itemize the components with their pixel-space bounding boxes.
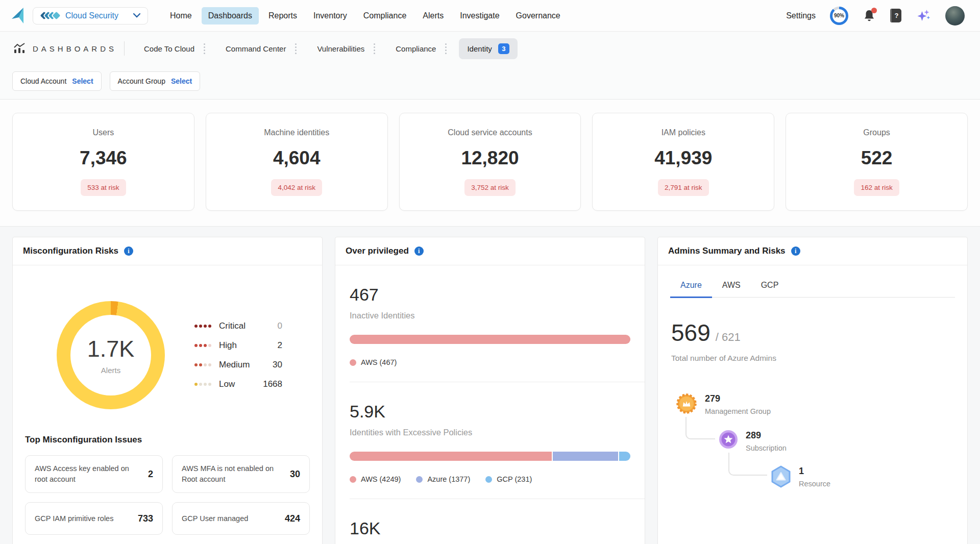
dashboard-tab-identity[interactable]: Identity 3	[459, 38, 517, 59]
progress-value: 90%	[832, 9, 846, 22]
nav-item-inventory[interactable]: Inventory	[307, 7, 354, 24]
excessive-policies-bar-chart	[350, 452, 630, 461]
at-risk-badge[interactable]: 162 at risk	[854, 179, 899, 196]
legend-row-critical[interactable]: Critical 0	[194, 321, 282, 331]
nav-item-governance[interactable]: Governance	[509, 7, 567, 24]
issue-label: AWS Access key enabled on root account	[35, 463, 142, 485]
issue-card[interactable]: GCP User managed 424	[172, 502, 310, 535]
stat-card-cloud-service-accounts[interactable]: Cloud service accounts12,8203,752 at ris…	[399, 113, 581, 211]
user-avatar[interactable]	[945, 6, 965, 26]
prisma-cloud-logo-icon[interactable]	[10, 7, 26, 25]
account-group-filter[interactable]: Account Group Select	[110, 71, 201, 91]
ai-copilot-sparkles-icon[interactable]	[916, 8, 931, 23]
at-risk-badge[interactable]: 533 at risk	[81, 179, 126, 196]
help-docs-icon[interactable]: ?	[890, 9, 901, 22]
dashboard-tab-compliance[interactable]: Compliance	[387, 39, 440, 58]
stat-card-groups[interactable]: Groups522162 at risk	[786, 113, 968, 211]
cloud-account-filter[interactable]: Cloud Account Select	[12, 71, 102, 91]
tab-kebab-menu-icon[interactable]	[369, 41, 380, 56]
analytics-chart-icon	[13, 43, 26, 54]
account-group-select-link[interactable]: Select	[171, 77, 192, 85]
legend-label: GCP (231)	[497, 475, 532, 483]
subscription-icon	[718, 429, 739, 450]
admins-tab-aws[interactable]: AWS	[712, 277, 751, 297]
dashboards-label-text: DASHBOARDS	[33, 44, 117, 53]
tab-kebab-menu-icon[interactable]	[199, 41, 210, 56]
severity-high-icon	[194, 344, 211, 347]
issue-count: 424	[285, 513, 300, 524]
node-count: 1	[799, 465, 830, 477]
tree-connector	[685, 417, 715, 439]
notifications-bell-icon[interactable]	[863, 9, 876, 23]
info-icon[interactable]: i	[791, 246, 800, 256]
nav-item-home[interactable]: Home	[163, 7, 199, 24]
stat-card-machine-identities[interactable]: Machine identities4,6044,042 at risk	[206, 113, 388, 211]
legend-dot-icon	[350, 476, 356, 483]
at-risk-badge[interactable]: 2,791 at risk	[658, 179, 709, 196]
tree-node-management-group[interactable]: 279 Management Group	[675, 392, 771, 415]
nav-item-reports[interactable]: Reports	[262, 7, 304, 24]
bar-legend-item: AWS (4249)	[350, 475, 401, 483]
at-risk-badge[interactable]: 3,752 at risk	[464, 179, 516, 196]
panel-title: Misconfiguration Risks	[23, 246, 118, 256]
issue-label: AWS MFA is not enabled on Root account	[182, 463, 284, 485]
severity-count: 1668	[263, 379, 282, 389]
nav-item-investigate[interactable]: Investigate	[453, 7, 506, 24]
legend-label: Azure (1377)	[427, 475, 470, 483]
admins-tab-gcp[interactable]: GCP	[751, 277, 789, 297]
stat-label: Groups	[863, 128, 890, 137]
info-icon[interactable]: i	[414, 246, 424, 256]
legend-row-medium[interactable]: Medium 30	[194, 360, 282, 370]
product-switcher-dropdown[interactable]: Cloud Security	[33, 7, 148, 24]
panel-header: Admins Summary and Risks i	[658, 237, 967, 265]
legend-row-high[interactable]: High 2	[194, 340, 282, 351]
admins-tab-azure[interactable]: Azure	[670, 277, 712, 298]
top-issues-title: Top Misconfiguration Issues	[13, 424, 322, 447]
stat-card-users[interactable]: Users7,346533 at risk	[12, 113, 194, 211]
divider	[124, 41, 125, 56]
cloud-provider-tabs: AzureAWSGCP	[670, 277, 955, 298]
dashboard-tab-wrap: Command Center	[217, 39, 309, 58]
issue-card[interactable]: AWS MFA is not enabled on Root account 3…	[172, 455, 310, 493]
issue-card[interactable]: GCP IAM primitive roles 733	[25, 502, 163, 535]
panel-header: Over privileged i	[335, 237, 645, 265]
issue-card[interactable]: AWS Access key enabled on root account 2	[25, 455, 163, 493]
tree-node-subscription[interactable]: 289 Subscription	[718, 429, 787, 452]
severity-low-icon	[194, 383, 211, 386]
dashboard-tab-wrap: Vulnerabilities	[309, 39, 387, 58]
at-risk-badge[interactable]: 4,042 at risk	[271, 179, 322, 196]
cloud-account-select-link[interactable]: Select	[72, 77, 93, 85]
issue-label: GCP User managed	[182, 513, 279, 524]
nav-item-compliance[interactable]: Compliance	[357, 7, 413, 24]
nav-item-alerts[interactable]: Alerts	[416, 7, 450, 24]
dashboard-tab-command-center[interactable]: Command Center	[217, 39, 290, 58]
nav-item-dashboards[interactable]: Dashboards	[202, 7, 259, 24]
node-count: 289	[746, 429, 787, 441]
chevron-down-icon	[133, 13, 140, 18]
info-icon[interactable]: i	[124, 246, 133, 256]
stat-value: 41,939	[654, 147, 712, 169]
onboarding-progress-ring[interactable]: 90%	[830, 7, 848, 25]
tab-kebab-menu-icon[interactable]	[290, 41, 302, 56]
filter-bar: Cloud Account Select Account Group Selec…	[0, 65, 980, 100]
legend-row-low[interactable]: Low 1668	[194, 379, 282, 389]
bar-legend-item: GCP (231)	[485, 475, 532, 483]
admins-count: 569	[671, 319, 710, 347]
settings-link[interactable]: Settings	[786, 11, 816, 20]
panel-title: Admins Summary and Risks	[668, 246, 786, 256]
legend-label: AWS (467)	[361, 358, 397, 366]
stat-value: 522	[861, 147, 893, 169]
dashboard-tab-vulnerabilities[interactable]: Vulnerabilities	[309, 39, 369, 58]
top-nav: Cloud Security HomeDashboardsReportsInve…	[0, 0, 980, 32]
node-count: 279	[705, 392, 771, 404]
identity-tab-count-badge: 3	[498, 43, 509, 54]
bar-segment	[619, 452, 630, 461]
dashboard-tab-code-to-cloud[interactable]: Code To Cloud	[136, 39, 199, 58]
tab-kebab-menu-icon[interactable]	[440, 41, 452, 56]
severity-label: Low	[219, 379, 235, 389]
inactive-identities-section: 467 Inactive Identities AWS (467)	[335, 265, 645, 382]
tree-node-resource[interactable]: 1 Resource	[770, 465, 830, 488]
severity-label: High	[219, 340, 237, 351]
stat-card-iam-policies[interactable]: IAM policies41,9392,791 at risk	[592, 113, 774, 211]
azure-scope-tree: 279 Management Group 289 Subscription	[671, 392, 954, 544]
